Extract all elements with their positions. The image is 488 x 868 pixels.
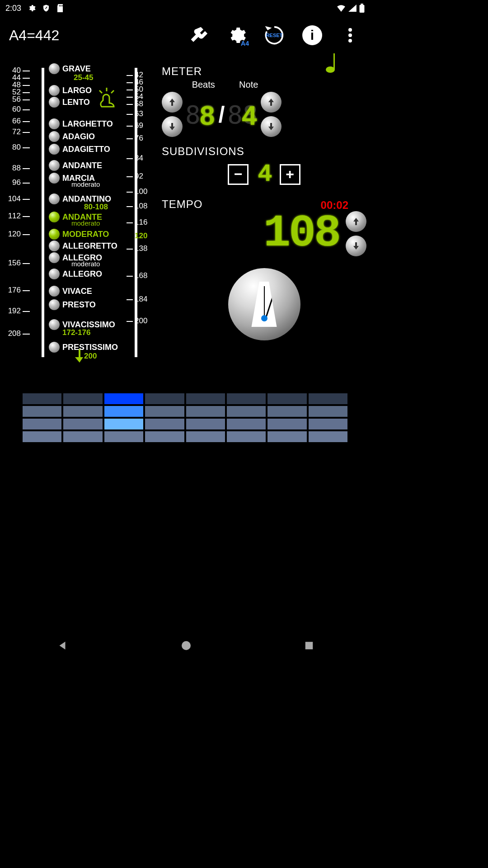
tempo-marking-lento[interactable]: LENTO: [49, 97, 90, 108]
beat-cell[interactable]: [63, 406, 102, 417]
tempo-range-label: 25-45: [74, 73, 93, 82]
beat-cell[interactable]: [227, 419, 266, 429]
beat-cell[interactable]: [186, 431, 225, 442]
left-scale-tick: 66: [4, 117, 21, 126]
beat-cell[interactable]: [23, 419, 61, 429]
beat-cell[interactable]: [63, 393, 102, 404]
beat-cell[interactable]: [23, 393, 61, 404]
right-scale-tick: 84: [135, 154, 143, 163]
beat-cell[interactable]: [145, 419, 184, 429]
right-scale-tick: 200: [135, 316, 147, 326]
meter-section: METER Beats Note 88 8 / 88 4: [162, 65, 366, 137]
beat-cell[interactable]: [104, 406, 143, 417]
recents-button[interactable]: [304, 641, 314, 651]
beat-cell[interactable]: [309, 393, 347, 404]
a4-settings-icon[interactable]: A4: [225, 24, 247, 46]
beat-cell[interactable]: [145, 431, 184, 442]
beat-cell[interactable]: [104, 431, 143, 442]
tempo-marking-chart[interactable]: 4044485256606672808896104112120156176192…: [4, 60, 157, 376]
tempo-pearl: [49, 342, 60, 353]
svg-rect-8: [333, 53, 335, 70]
tempo-marking-largo[interactable]: LARGO: [49, 85, 92, 96]
beat-cell[interactable]: [227, 431, 266, 442]
svg-rect-0: [361, 4, 363, 5]
beat-cell[interactable]: [267, 406, 306, 417]
tempo-range-label: 120: [135, 231, 147, 241]
tempo-marking-allegretto[interactable]: ALLEGRETTO: [49, 241, 117, 251]
tempo-marking-adagietto[interactable]: ADAGIETTO: [49, 144, 110, 155]
beat-cell[interactable]: [227, 406, 266, 417]
beats-down-button[interactable]: [162, 116, 183, 137]
svg-rect-1: [360, 5, 365, 13]
right-scale-tick: 69: [135, 121, 143, 130]
settings-icon: [28, 4, 36, 12]
tempo-label: MODERATO: [62, 230, 109, 239]
tempo-pearl: [49, 63, 60, 74]
beat-cell[interactable]: [145, 393, 184, 404]
right-scale-tick: 108: [135, 202, 147, 211]
beat-cell[interactable]: [309, 406, 347, 417]
right-scale-tick: 63: [135, 109, 143, 118]
subdivisions-minus-button[interactable]: −: [228, 164, 249, 185]
signal-icon: [348, 5, 357, 12]
beat-pattern-grid[interactable]: [23, 393, 347, 442]
tempo-marking-moderato[interactable]: MODERATO: [49, 229, 109, 240]
beats-up-button[interactable]: [162, 92, 183, 113]
home-button[interactable]: [181, 640, 192, 651]
tempo-down-button[interactable]: [346, 236, 366, 256]
tuning-fork-icon[interactable]: [188, 24, 209, 46]
beat-cell[interactable]: [267, 393, 306, 404]
svg-text:i: i: [310, 28, 314, 42]
tempo-marking-presto[interactable]: PRESTO: [49, 299, 96, 310]
tempo-title: TEMPO: [162, 198, 202, 211]
left-scale-tick: 60: [4, 105, 21, 114]
beat-cell[interactable]: [23, 431, 61, 442]
svg-point-4: [348, 28, 352, 32]
tempo-marking-grave[interactable]: GRAVE: [49, 63, 91, 74]
note-up-button[interactable]: [261, 92, 282, 113]
tempo-sublabel: moderato: [71, 260, 100, 268]
tempo-label: ADAGIO: [62, 132, 95, 142]
tempo-marking-andante[interactable]: ANDANTE: [49, 160, 102, 171]
metronome-dial[interactable]: [228, 268, 300, 340]
beat-cell[interactable]: [104, 419, 143, 429]
tempo-pearl: [49, 269, 60, 279]
beat-cell[interactable]: [63, 431, 102, 442]
beat-cell[interactable]: [186, 393, 225, 404]
back-button[interactable]: [56, 640, 68, 651]
tempo-marking-adagio[interactable]: ADAGIO: [49, 131, 95, 142]
tempo-sublabel: moderato: [71, 219, 100, 227]
tempo-marking-vivace[interactable]: VIVACE: [49, 286, 92, 297]
tempo-marking-prestissimo[interactable]: PRESTISSIMO: [49, 342, 118, 353]
system-nav-bar: [0, 633, 370, 658]
note-label: Note: [239, 80, 258, 90]
subdivisions-plus-button[interactable]: +: [280, 164, 300, 185]
left-scale-tick: 156: [4, 259, 21, 268]
beat-cell[interactable]: [267, 419, 306, 429]
note-icon: [326, 53, 339, 73]
left-scale-tick: 112: [4, 212, 21, 221]
note-down-button[interactable]: [261, 116, 282, 137]
main-content: 4044485256606672808896104112120156176192…: [0, 54, 370, 382]
beat-cell[interactable]: [145, 406, 184, 417]
app-title: A4=442: [9, 27, 184, 44]
beat-cell[interactable]: [63, 419, 102, 429]
status-time: 2:03: [5, 4, 21, 13]
beat-cell[interactable]: [23, 406, 61, 417]
tempo-up-button[interactable]: [346, 211, 366, 232]
info-button[interactable]: i: [301, 24, 323, 46]
svg-point-9: [182, 641, 191, 650]
reset-button[interactable]: RESET: [263, 24, 285, 46]
right-scale-tick: 184: [135, 295, 147, 304]
beat-cell[interactable]: [104, 393, 143, 404]
beat-cell[interactable]: [227, 393, 266, 404]
beat-cell[interactable]: [186, 419, 225, 429]
beat-cell[interactable]: [309, 419, 347, 429]
beat-cell[interactable]: [186, 406, 225, 417]
tempo-marking-allegro[interactable]: ALLEGRO: [49, 269, 102, 279]
tempo-pearl: [49, 252, 60, 263]
more-menu-icon[interactable]: [339, 24, 361, 46]
beat-cell[interactable]: [309, 431, 347, 442]
beat-cell[interactable]: [267, 431, 306, 442]
tempo-marking-larghetto[interactable]: LARGHETTO: [49, 118, 113, 129]
